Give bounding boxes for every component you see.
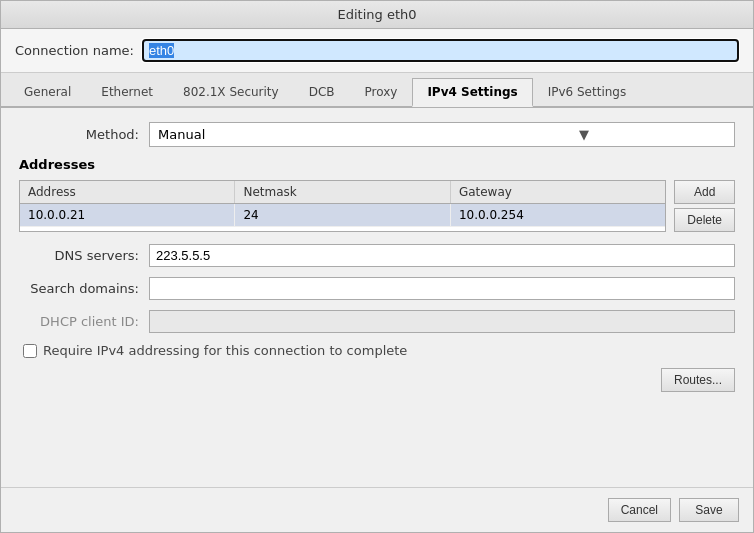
connection-name-input[interactable] bbox=[142, 39, 739, 62]
method-select[interactable]: Manual ▼ bbox=[149, 122, 735, 147]
method-dropdown-arrow: ▼ bbox=[442, 127, 726, 142]
dialog: Editing eth0 Connection name: General Et… bbox=[0, 0, 754, 533]
add-button[interactable]: Add bbox=[674, 180, 735, 204]
footer: Cancel Save bbox=[1, 487, 753, 532]
search-domains-row: Search domains: bbox=[19, 277, 735, 300]
addresses-section: Addresses Address Netmask Gateway 10.0.0… bbox=[19, 157, 735, 232]
tabs: General Ethernet 802.1X Security DCB Pro… bbox=[1, 73, 753, 108]
col-address: Address bbox=[20, 181, 235, 203]
routes-area: Routes... bbox=[19, 368, 735, 392]
routes-button[interactable]: Routes... bbox=[661, 368, 735, 392]
col-netmask: Netmask bbox=[235, 181, 450, 203]
delete-button[interactable]: Delete bbox=[674, 208, 735, 232]
method-row: Method: Manual ▼ bbox=[19, 122, 735, 147]
search-domains-label: Search domains: bbox=[19, 281, 139, 296]
dns-servers-row: DNS servers: bbox=[19, 244, 735, 267]
search-domains-input[interactable] bbox=[149, 277, 735, 300]
col-gateway: Gateway bbox=[451, 181, 665, 203]
address-buttons: Add Delete bbox=[674, 180, 735, 232]
require-ipv4-checkbox[interactable] bbox=[23, 344, 37, 358]
tab-dcb[interactable]: DCB bbox=[294, 78, 350, 107]
require-ipv4-label: Require IPv4 addressing for this connect… bbox=[43, 343, 407, 358]
title-bar: Editing eth0 bbox=[1, 1, 753, 29]
tab-ethernet[interactable]: Ethernet bbox=[86, 78, 168, 107]
cell-gateway: 10.0.0.254 bbox=[451, 204, 665, 226]
cell-address: 10.0.0.21 bbox=[20, 204, 235, 226]
tab-general[interactable]: General bbox=[9, 78, 86, 107]
addresses-title: Addresses bbox=[19, 157, 735, 172]
tab-proxy[interactable]: Proxy bbox=[350, 78, 413, 107]
addresses-table: Address Netmask Gateway 10.0.0.21 24 10.… bbox=[19, 180, 666, 232]
dns-servers-label: DNS servers: bbox=[19, 248, 139, 263]
connection-name-row: Connection name: bbox=[1, 29, 753, 73]
dhcp-client-id-label: DHCP client ID: bbox=[19, 314, 139, 329]
dhcp-client-id-row: DHCP client ID: bbox=[19, 310, 735, 333]
dhcp-client-id-input[interactable] bbox=[149, 310, 735, 333]
cell-netmask: 24 bbox=[235, 204, 450, 226]
content-area: Method: Manual ▼ Addresses Address Netma… bbox=[1, 108, 753, 487]
method-value: Manual bbox=[158, 127, 442, 142]
tab-ipv6[interactable]: IPv6 Settings bbox=[533, 78, 642, 107]
addresses-container: Address Netmask Gateway 10.0.0.21 24 10.… bbox=[19, 180, 735, 232]
tab-ipv4[interactable]: IPv4 Settings bbox=[412, 78, 532, 107]
connection-name-label: Connection name: bbox=[15, 43, 134, 58]
table-row[interactable]: 10.0.0.21 24 10.0.0.254 bbox=[20, 204, 665, 227]
dns-servers-input[interactable] bbox=[149, 244, 735, 267]
table-header: Address Netmask Gateway bbox=[20, 181, 665, 204]
tab-security[interactable]: 802.1X Security bbox=[168, 78, 294, 107]
method-label: Method: bbox=[19, 127, 139, 142]
dialog-title: Editing eth0 bbox=[337, 7, 416, 22]
save-button[interactable]: Save bbox=[679, 498, 739, 522]
cancel-button[interactable]: Cancel bbox=[608, 498, 671, 522]
require-ipv4-row: Require IPv4 addressing for this connect… bbox=[19, 343, 735, 358]
